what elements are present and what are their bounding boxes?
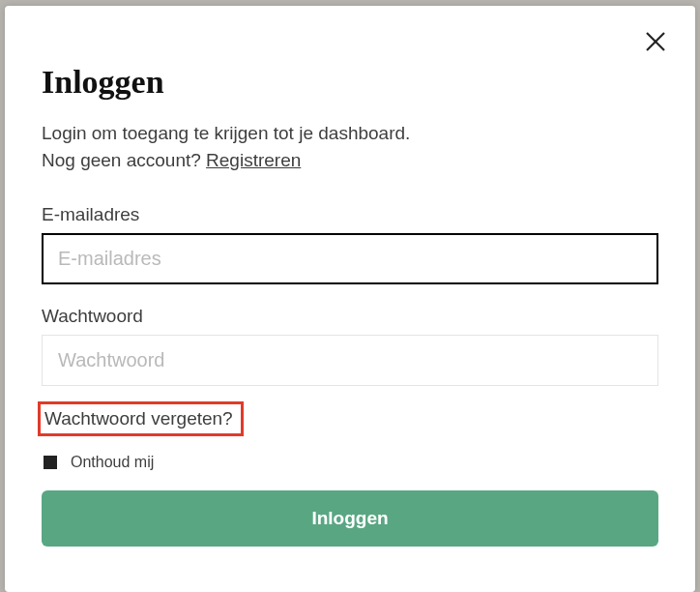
modal-title: Inloggen [42,64,658,101]
close-button[interactable] [641,27,670,56]
remember-label: Onthoud mij [71,454,154,471]
email-field-group: E-mailadres [42,204,658,284]
remember-checkbox[interactable] [44,456,57,469]
forgot-password-link[interactable]: Wachtwoord vergeten? [44,408,233,429]
email-input[interactable] [42,233,658,284]
modal-subtitle: Login om toegang te krijgen tot je dashb… [42,120,658,173]
login-button[interactable]: Inloggen [42,490,658,547]
close-icon [644,30,667,53]
password-input[interactable] [42,335,658,386]
password-field-group: Wachtwoord [42,306,658,386]
remember-row: Onthoud mij [44,454,658,471]
email-label: E-mailadres [42,204,658,225]
subtitle-line1: Login om toegang te krijgen tot je dashb… [42,123,410,143]
password-label: Wachtwoord [42,306,658,327]
subtitle-line2-prefix: Nog geen account? [42,150,206,170]
register-link[interactable]: Registreren [206,150,301,170]
forgot-password-highlight: Wachtwoord vergeten? [38,401,244,436]
login-modal: Inloggen Login om toegang te krijgen tot… [5,6,695,592]
